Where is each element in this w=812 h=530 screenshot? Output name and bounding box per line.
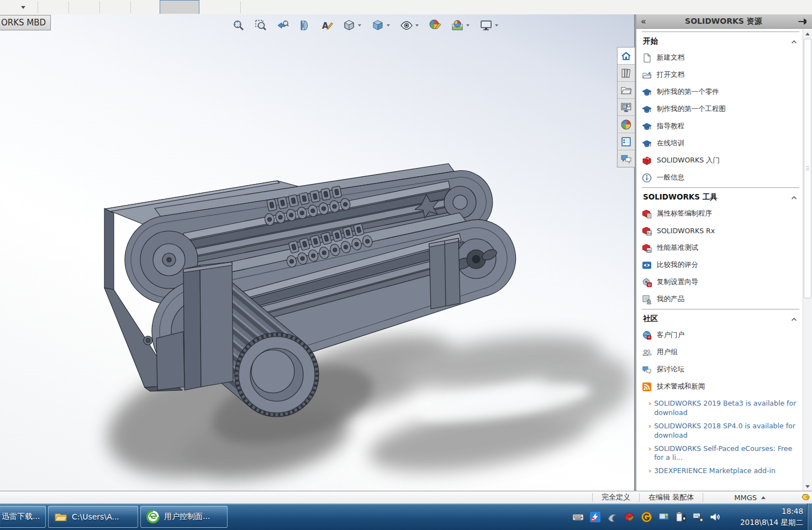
- device-eject-icon[interactable]: [675, 511, 687, 523]
- section-view-button[interactable]: [296, 18, 314, 33]
- section-header[interactable]: SOLIDWORKS 工具: [642, 188, 802, 205]
- task-pane-item[interactable]: 用户组: [642, 344, 802, 361]
- zoom-to-area-button[interactable]: [252, 18, 270, 33]
- graphics-viewport[interactable]: ORKS MBD A: [0, 14, 634, 491]
- section-title: 开始: [643, 36, 658, 46]
- previous-view-button[interactable]: [274, 18, 292, 33]
- view-settings-icon: [479, 19, 493, 32]
- sw-box-icon: [642, 156, 652, 166]
- clock-time: 18:48: [740, 506, 803, 517]
- taskbar-button-2[interactable]: 用户控制面...: [140, 506, 228, 528]
- view-orientation-button[interactable]: [340, 18, 365, 33]
- collapse-section-icon[interactable]: [791, 36, 797, 46]
- tab-divider: [38, 1, 38, 13]
- active-command-tab[interactable]: [160, 0, 199, 14]
- gold-g-icon[interactable]: [641, 511, 652, 523]
- folderbig-icon: [54, 510, 67, 523]
- tag-icon[interactable]: [800, 492, 810, 502]
- item-label: 制作我的第一个零件: [657, 87, 719, 97]
- news-link[interactable]: ›SOLIDWORKS Self-Paced eCourses: Free fo…: [648, 444, 799, 463]
- display-style-icon: [371, 19, 384, 32]
- input-keyboard-icon[interactable]: [572, 511, 584, 523]
- 3d-drawing-view-icon: A: [320, 19, 334, 32]
- side-tab-design-library[interactable]: [618, 65, 635, 82]
- network-icon[interactable]: [692, 511, 704, 523]
- task-pane-item[interactable]: SOLIDWORKS 入门: [642, 152, 802, 169]
- task-pane-item[interactable]: 一般信息: [642, 169, 802, 186]
- side-tab-solidworks-resources[interactable]: [618, 48, 635, 65]
- scrollbar-thumb[interactable]: [804, 39, 811, 298]
- tab-divider: [130, 1, 131, 13]
- tab-divider: [240, 1, 241, 13]
- task-pane-item[interactable]: 打开文档: [642, 66, 802, 83]
- zoom-to-fit-button[interactable]: [230, 18, 247, 33]
- scroll-down-icon[interactable]: [803, 482, 812, 491]
- customer-portal-icon: [642, 330, 652, 340]
- task-pane-item[interactable]: 探讨论坛: [642, 361, 802, 378]
- news-link[interactable]: ›SOLIDWORKS 2019 Beta3 is available for …: [648, 399, 799, 418]
- section-view-icon: [298, 19, 312, 32]
- side-tab-file-explorer[interactable]: [618, 82, 635, 99]
- task-pane-item[interactable]: 性能基准测试: [642, 239, 802, 256]
- taskbar-button-0[interactable]: 迅雷下载...: [0, 506, 46, 528]
- sw-monitor-icon[interactable]: [624, 511, 635, 523]
- mouse-utility-icon[interactable]: [607, 511, 618, 523]
- collapse-section-icon[interactable]: [791, 192, 797, 202]
- task-pane-item[interactable]: 在线培训: [642, 135, 802, 152]
- item-label: 客户门户: [657, 330, 684, 340]
- chevron-down-icon[interactable]: [415, 24, 419, 27]
- section-header[interactable]: 开始: [642, 32, 802, 49]
- chevron-down-icon[interactable]: [21, 6, 25, 9]
- task-pane-item[interactable]: 客户门户: [642, 327, 802, 344]
- thunder-icon[interactable]: [589, 511, 601, 523]
- display-style-button[interactable]: [369, 18, 393, 33]
- section-header[interactable]: 社区: [642, 309, 802, 327]
- graduation-cap-icon: [642, 139, 652, 149]
- tab-divider: [99, 1, 100, 13]
- show-desktop-button[interactable]: [807, 503, 812, 530]
- hide-show-items-button[interactable]: [398, 18, 422, 33]
- volume-icon[interactable]: [709, 511, 721, 523]
- chevron-down-icon[interactable]: [495, 24, 498, 27]
- task-pane-item[interactable]: 属性标签编制程序: [642, 205, 802, 222]
- edit-appearance-button[interactable]: [426, 18, 444, 33]
- task-pane-item[interactable]: 制作我的第一个工程图: [642, 101, 802, 118]
- item-label: 指导教程: [657, 122, 684, 131]
- tab-solidworks-mbd[interactable]: ORKS MBD: [0, 15, 51, 30]
- side-tab-custom-properties[interactable]: [618, 133, 635, 150]
- item-label: 技术警戒和新闻: [657, 382, 705, 391]
- task-pane-scrollbar[interactable]: [803, 29, 812, 491]
- 3d-model-assembly[interactable]: [0, 14, 634, 491]
- copy-settings-icon: [642, 277, 652, 287]
- taskbar-button-1[interactable]: C:\Users\A...: [48, 506, 138, 528]
- collapse-section-icon[interactable]: [791, 313, 797, 324]
- pin-icon[interactable]: [798, 17, 808, 27]
- chevron-down-icon[interactable]: [387, 24, 390, 27]
- news-link[interactable]: ›SOLIDWORKS 2018 SP4.0 is available for …: [648, 422, 799, 440]
- side-tab-solidworks-forum[interactable]: [618, 150, 635, 167]
- 3d-drawing-view-button[interactable]: A: [318, 18, 336, 33]
- view-settings-button[interactable]: [477, 18, 502, 33]
- task-pane-item[interactable]: 制作我的第一个零件: [642, 83, 802, 101]
- task-pane-item[interactable]: 新建文档: [642, 49, 802, 66]
- graduation-cap-icon: [642, 87, 652, 97]
- sw-bench-icon: [642, 243, 652, 253]
- task-pane-item[interactable]: RxSOLIDWORKS Rx: [642, 222, 802, 239]
- scroll-up-icon[interactable]: [803, 29, 812, 38]
- chevron-down-icon[interactable]: [358, 24, 361, 27]
- chevron-down-icon[interactable]: [466, 24, 470, 27]
- task-pane-item[interactable]: 技术警戒和新闻: [642, 378, 802, 395]
- task-pane-item[interactable]: 指导教程: [642, 118, 802, 135]
- side-tab-appearances-scenes[interactable]: [618, 116, 635, 133]
- task-pane-item[interactable]: 复制设置向导: [642, 274, 802, 291]
- task-pane-item[interactable]: 比较我的评分: [642, 256, 802, 274]
- task-pane-item[interactable]: 我的产品: [642, 291, 802, 308]
- open-document-icon: [642, 70, 652, 80]
- collapse-pane-icon[interactable]: «: [641, 17, 646, 26]
- display-tool-icon[interactable]: [658, 511, 669, 523]
- apply-scene-button[interactable]: [449, 18, 473, 33]
- news-link[interactable]: ›3DEXPERIENCE Marketplace add-in: [648, 466, 799, 476]
- side-tab-view-palette[interactable]: [618, 99, 635, 116]
- status-units-dropdown[interactable]: MMGS: [726, 494, 773, 502]
- taskbar-clock[interactable]: 18:48 2018\8\14 星期二: [740, 506, 803, 528]
